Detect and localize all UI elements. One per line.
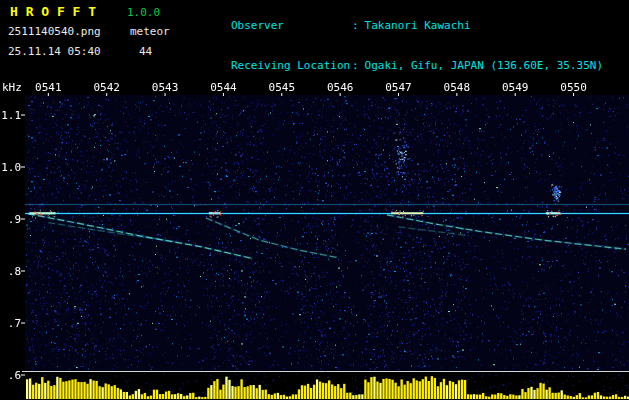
app-title: H R O F F T: [10, 4, 96, 19]
echo-count: 44: [139, 45, 152, 58]
spectrogram-canvas: [0, 78, 629, 400]
info-label: Receiving Location: [231, 59, 352, 73]
info-row-observer: Observer:Takanori Kawachi: [178, 5, 603, 46]
info-value: Ogaki, Gifu, JAPAN (136.60E, 35.35N): [365, 59, 603, 72]
info-label: Observer: [231, 19, 352, 33]
output-filename: 2511140540.png: [8, 25, 101, 38]
observation-mode: meteor: [130, 25, 170, 38]
info-value: Takanori Kawachi: [365, 19, 471, 32]
hrofft-screen: H R O F F T 1.0.0 2511140540.png meteor …: [0, 0, 629, 400]
observation-datetime: 25.11.14 05:40: [8, 45, 101, 58]
info-separator: :: [352, 19, 359, 33]
app-version: 1.0.0: [127, 6, 160, 19]
info-separator: :: [352, 59, 359, 73]
